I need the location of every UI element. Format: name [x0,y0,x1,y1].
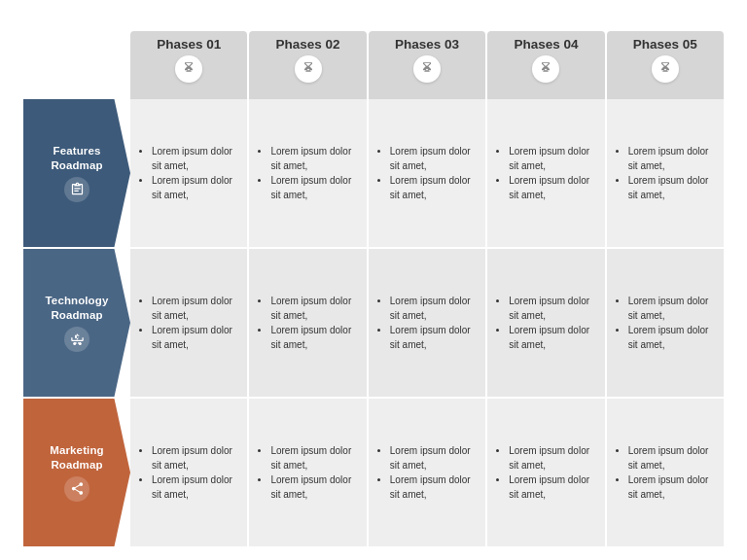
list-item: Lorem ipsum dolor sit amet, [628,444,716,472]
phase-label-4: Phases 04 [514,37,578,52]
page: Phases 01 Phases 02 Phases 03 Phases 04 … [0,0,747,560]
list-item: Lorem ipsum dolor sit amet, [509,473,596,502]
cell-features-1: Lorem ipsum dolor sit amet,Lorem ipsum d… [130,99,247,247]
list-item: Lorem ipsum dolor sit amet, [628,473,716,502]
row-icon-features [64,177,89,202]
phase-header-4: Phases 04 [487,31,604,99]
body-rows: FeaturesRoadmap Lorem ipsum dolor sit am… [23,99,724,546]
body-row-marketing: MarketingRoadmap Lorem ipsum dolor sit a… [23,399,724,546]
list-item: Lorem ipsum dolor sit amet, [509,324,596,352]
list-item: Lorem ipsum dolor sit amet, [628,295,716,323]
body-row-technology: TechnologyRoadmap Lorem ipsum dolor sit … [23,249,724,397]
list-item: Lorem ipsum dolor sit amet, [270,473,358,502]
cell-features-4: Lorem ipsum dolor sit amet,Lorem ipsum d… [487,99,604,247]
list-item: Lorem ipsum dolor sit amet, [270,444,358,472]
phase-label-3: Phases 03 [395,37,459,52]
list-item: Lorem ipsum dolor sit amet, [390,174,478,202]
cell-marketing-4: Lorem ipsum dolor sit amet,Lorem ipsum d… [487,399,604,546]
list-item: Lorem ipsum dolor sit amet, [390,145,478,173]
list-item: Lorem ipsum dolor sit amet, [509,444,596,472]
list-item: Lorem ipsum dolor sit amet, [270,295,358,323]
list-item: Lorem ipsum dolor sit amet, [270,145,358,173]
cell-marketing-5: Lorem ipsum dolor sit amet,Lorem ipsum d… [607,399,724,546]
list-item: Lorem ipsum dolor sit amet, [628,174,716,202]
list-item: Lorem ipsum dolor sit amet, [628,145,716,173]
cell-features-2: Lorem ipsum dolor sit amet,Lorem ipsum d… [249,99,366,247]
phase-header-2: Phases 02 [249,31,366,99]
cell-marketing-2: Lorem ipsum dolor sit amet,Lorem ipsum d… [249,399,366,546]
list-item: Lorem ipsum dolor sit amet, [270,324,358,352]
list-item: Lorem ipsum dolor sit amet, [152,295,239,323]
list-item: Lorem ipsum dolor sit amet, [152,324,239,352]
body-row-features: FeaturesRoadmap Lorem ipsum dolor sit am… [23,99,724,247]
list-item: Lorem ipsum dolor sit amet, [509,174,596,202]
phase-label-5: Phases 05 [633,37,697,52]
list-item: Lorem ipsum dolor sit amet, [390,295,478,323]
hourglass-icon-4 [532,55,559,83]
row-icon-technology [64,327,89,352]
cell-marketing-3: Lorem ipsum dolor sit amet,Lorem ipsum d… [369,399,485,546]
list-item: Lorem ipsum dolor sit amet, [390,444,478,472]
phase-header-1: Phases 01 [130,31,247,99]
cell-technology-5: Lorem ipsum dolor sit amet,Lorem ipsum d… [607,249,724,397]
row-label-text-marketing: MarketingRoadmap [50,443,103,472]
list-item: Lorem ipsum dolor sit amet, [509,295,596,323]
row-label-text-technology: TechnologyRoadmap [46,294,109,323]
hourglass-icon-3 [413,55,441,83]
phase-header-3: Phases 03 [369,31,485,99]
phase-label-2: Phases 02 [276,37,340,52]
list-item: Lorem ipsum dolor sit amet, [270,174,358,202]
cell-marketing-1: Lorem ipsum dolor sit amet,Lorem ipsum d… [130,399,247,546]
list-item: Lorem ipsum dolor sit amet, [152,444,239,472]
list-item: Lorem ipsum dolor sit amet, [152,145,239,173]
list-item: Lorem ipsum dolor sit amet, [390,473,478,502]
cell-technology-4: Lorem ipsum dolor sit amet,Lorem ipsum d… [487,249,604,397]
main-table: Phases 01 Phases 02 Phases 03 Phases 04 … [23,31,724,546]
cell-technology-1: Lorem ipsum dolor sit amet,Lorem ipsum d… [130,249,247,397]
cell-technology-3: Lorem ipsum dolor sit amet,Lorem ipsum d… [369,249,485,397]
cell-features-3: Lorem ipsum dolor sit amet,Lorem ipsum d… [369,99,485,247]
row-label-text-features: FeaturesRoadmap [51,144,102,173]
list-item: Lorem ipsum dolor sit amet, [152,473,239,502]
list-item: Lorem ipsum dolor sit amet, [390,324,478,352]
list-item: Lorem ipsum dolor sit amet, [152,174,239,202]
hourglass-icon-2 [295,55,322,83]
hourglass-icon-1 [175,55,202,83]
list-item: Lorem ipsum dolor sit amet, [628,324,716,352]
phase-label-1: Phases 01 [157,37,221,52]
row-label-features: FeaturesRoadmap [23,99,130,247]
row-label-technology: TechnologyRoadmap [23,249,130,397]
row-icon-marketing [64,476,89,502]
cell-features-5: Lorem ipsum dolor sit amet,Lorem ipsum d… [607,99,724,247]
hourglass-icon-5 [652,55,679,83]
header-row: Phases 01 Phases 02 Phases 03 Phases 04 … [130,31,724,99]
phase-header-5: Phases 05 [607,31,724,99]
row-label-marketing: MarketingRoadmap [23,399,130,546]
list-item: Lorem ipsum dolor sit amet, [509,145,596,173]
cell-technology-2: Lorem ipsum dolor sit amet,Lorem ipsum d… [249,249,366,397]
